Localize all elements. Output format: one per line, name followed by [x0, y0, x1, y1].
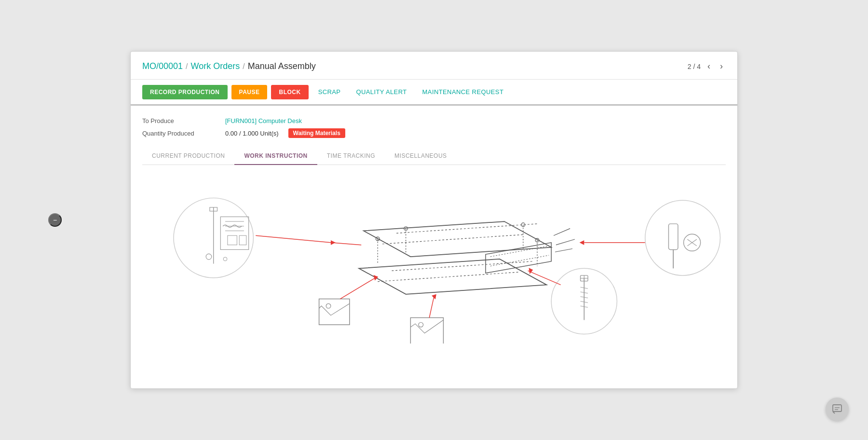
- tab-time-tracking[interactable]: TIME TRACKING: [317, 148, 385, 165]
- svg-line-14: [396, 224, 537, 233]
- svg-line-11: [256, 235, 331, 243]
- svg-line-29: [490, 246, 549, 257]
- svg-rect-43: [410, 317, 443, 344]
- to-produce-label: To Produce: [142, 117, 219, 124]
- header: MO/00001 / Work Orders / Manual Assembly…: [131, 52, 737, 80]
- scrap-button[interactable]: SCRAP: [312, 84, 347, 99]
- breadcrumb-manual-assembly: Manual Assembly: [248, 61, 316, 71]
- svg-line-24: [554, 229, 570, 236]
- tab-current-production[interactable]: CURRENT PRODUCTION: [142, 148, 234, 165]
- breadcrumb-sep1: /: [186, 62, 188, 71]
- svg-line-30: [490, 255, 549, 266]
- svg-line-26: [555, 248, 572, 252]
- svg-marker-42: [373, 275, 378, 281]
- side-panel-toggle[interactable]: −: [48, 213, 62, 227]
- assembly-diagram-svg: [142, 170, 726, 344]
- waiting-materials-badge: Waiting Materials: [288, 128, 345, 138]
- chat-icon: [831, 403, 843, 415]
- svg-point-10: [223, 257, 227, 261]
- tabs-bar: CURRENT PRODUCTION WORK INSTRUCTION TIME…: [142, 148, 726, 165]
- record-production-button[interactable]: RECORD PRODUCTION: [142, 85, 228, 99]
- svg-point-40: [326, 303, 331, 308]
- svg-rect-7: [228, 235, 237, 245]
- svg-rect-39: [319, 299, 350, 325]
- svg-marker-46: [432, 294, 436, 300]
- svg-marker-58: [529, 268, 533, 274]
- pause-button[interactable]: PAUSE: [231, 85, 268, 99]
- to-produce-row: To Produce [FURN001] Computer Desk: [142, 117, 726, 124]
- quality-alert-button[interactable]: QUALITY ALERT: [350, 84, 412, 99]
- breadcrumb-mo[interactable]: MO/00001: [142, 61, 183, 71]
- breadcrumb-sep2: /: [243, 62, 244, 71]
- svg-point-44: [419, 322, 423, 327]
- svg-line-25: [556, 239, 575, 245]
- quantity-label: Quantity Produced: [142, 130, 219, 137]
- chat-button[interactable]: [826, 398, 849, 421]
- svg-line-27: [392, 261, 532, 271]
- pagination: 2 / 4 ‹ ›: [688, 60, 726, 72]
- info-section: To Produce [FURN001] Computer Desk Quant…: [142, 117, 726, 138]
- quantity-row: Quantity Produced 0.00 / 1.000 Unit(s) W…: [142, 128, 726, 138]
- block-button[interactable]: BLOCK: [271, 85, 308, 99]
- pagination-next-button[interactable]: ›: [717, 60, 726, 72]
- pagination-label: 2 / 4: [688, 63, 701, 70]
- tab-work-instruction[interactable]: WORK INSTRUCTION: [234, 148, 317, 165]
- breadcrumb-work-orders[interactable]: Work Orders: [191, 61, 240, 71]
- to-produce-value[interactable]: [FURN001] Computer Desk: [225, 117, 302, 124]
- main-window: MO/00001 / Work Orders / Manual Assembly…: [130, 51, 738, 389]
- content-area: To Produce [FURN001] Computer Desk Quant…: [131, 106, 737, 348]
- svg-marker-32: [580, 240, 584, 245]
- svg-line-28: [378, 272, 518, 281]
- svg-rect-59: [833, 405, 841, 412]
- svg-rect-3: [220, 217, 248, 249]
- svg-rect-34: [668, 224, 678, 250]
- toolbar: RECORD PRODUCTION PAUSE BLOCK SCRAP QUAL…: [131, 80, 737, 106]
- tab-miscellaneous[interactable]: MISCELLANEOUS: [385, 148, 457, 165]
- maintenance-request-button[interactable]: MAINTENANCE REQUEST: [417, 84, 510, 99]
- svg-line-57: [528, 271, 561, 285]
- breadcrumb: MO/00001 / Work Orders / Manual Assembly: [142, 61, 316, 71]
- work-instruction-diagram: [142, 165, 726, 348]
- svg-line-45: [429, 297, 434, 318]
- svg-point-33: [645, 200, 720, 275]
- svg-line-15: [382, 234, 523, 244]
- svg-point-9: [206, 254, 212, 260]
- pagination-prev-button[interactable]: ‹: [705, 60, 713, 72]
- quantity-value: 0.00 / 1.000 Unit(s): [225, 130, 279, 137]
- svg-line-13: [331, 243, 361, 245]
- svg-line-41: [340, 278, 375, 299]
- side-toggle-icon: −: [53, 216, 57, 224]
- svg-rect-8: [239, 235, 246, 245]
